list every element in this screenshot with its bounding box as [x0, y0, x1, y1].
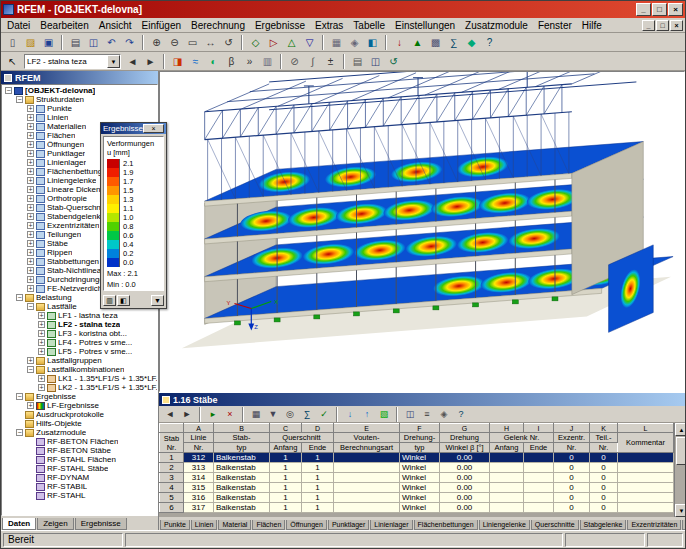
tree-item-rf-stahl-st-be[interactable]: RF-STAHL Stäbe: [2, 464, 157, 473]
table-info-icon[interactable]: ≡: [419, 407, 435, 421]
tree-item-lf2-stalna-teza[interactable]: +LF2 - stalna teza: [2, 320, 157, 329]
tree-item-objekt-delovna[interactable]: −[OBJEKT-delovna]: [2, 86, 157, 95]
grid-cell[interactable]: [618, 463, 674, 473]
grid-cell[interactable]: [618, 503, 674, 513]
expand-toggle-icon[interactable]: +: [27, 240, 34, 247]
table-tab-querschnitte[interactable]: Querschnitte: [531, 520, 579, 530]
fe-mesh-icon[interactable]: ▩: [427, 34, 444, 50]
expand-toggle-icon[interactable]: −: [5, 87, 12, 94]
panel-colorscale-button[interactable]: ▥: [103, 295, 116, 306]
table-titlebar[interactable]: 1.16 Stäbe: [159, 393, 685, 406]
open-icon[interactable]: ▨: [22, 34, 39, 50]
grid-cell[interactable]: [524, 473, 554, 483]
grid-cell[interactable]: [490, 483, 524, 493]
show-results-icon[interactable]: ◨: [169, 53, 186, 69]
table-next-icon[interactable]: ►: [179, 407, 195, 421]
expand-toggle-icon[interactable]: +: [27, 285, 34, 292]
snap-icon[interactable]: ◈: [346, 34, 363, 50]
grid-cell[interactable]: Winkel: [400, 463, 440, 473]
grid-cell[interactable]: [524, 453, 554, 463]
table-help-icon[interactable]: ?: [453, 407, 469, 421]
smoothing-icon[interactable]: ∫: [304, 53, 321, 69]
expand-toggle-icon[interactable]: +: [27, 402, 34, 409]
extremes-icon[interactable]: ±: [322, 53, 339, 69]
render-icon[interactable]: ◧: [364, 34, 381, 50]
grid-cell[interactable]: 313: [184, 463, 214, 473]
table-prev-icon[interactable]: ◄: [162, 407, 178, 421]
table-row[interactable]: 5316Balkenstab11Winkel0.0000: [160, 493, 674, 503]
refresh-icon[interactable]: ↺: [385, 53, 402, 69]
grid-cell[interactable]: Balkenstab: [214, 483, 270, 493]
check-icon[interactable]: ✓: [316, 407, 332, 421]
grid-cell[interactable]: 1: [302, 473, 334, 483]
grid-cell[interactable]: 0: [554, 493, 590, 503]
results-panel[interactable]: Ergebnisse × Verformungen u [mm] 2.11.91…: [100, 122, 167, 309]
view-y-icon[interactable]: △: [283, 34, 300, 50]
view-x-icon[interactable]: ▷: [265, 34, 282, 50]
expand-toggle-icon[interactable]: +: [27, 213, 34, 220]
redo-icon[interactable]: ↷: [121, 34, 138, 50]
column-letter-i[interactable]: I: [524, 424, 554, 433]
prev-loadcase-icon[interactable]: ◄: [124, 53, 141, 69]
panel-toggle-icon[interactable]: ▥: [259, 53, 276, 69]
expand-toggle-icon[interactable]: +: [27, 258, 34, 265]
expand-toggle-icon[interactable]: +: [27, 177, 34, 184]
grid-cell[interactable]: Winkel: [400, 453, 440, 463]
navigator-tab-zeigen[interactable]: Zeigen: [37, 518, 73, 530]
column-letter-d[interactable]: D: [302, 424, 334, 433]
expand-toggle-icon[interactable]: −: [16, 96, 23, 103]
expand-toggle-icon[interactable]: +: [27, 231, 34, 238]
menu-zusatzmodule[interactable]: Zusatzmodule: [460, 19, 533, 32]
grid-cell[interactable]: 1: [270, 483, 302, 493]
grid-cell[interactable]: [490, 453, 524, 463]
show-loads-icon[interactable]: ↓: [391, 34, 408, 50]
expand-toggle-icon[interactable]: +: [27, 114, 34, 121]
grid-cell[interactable]: Balkenstab: [214, 503, 270, 513]
tree-item-lf5-potres-v-sme[interactable]: +LF5 - Potres v sme...: [2, 347, 157, 356]
tree-item-rf-stahl[interactable]: RF-STAHL: [2, 491, 157, 500]
expand-toggle-icon[interactable]: +: [27, 195, 34, 202]
pan-icon[interactable]: ↔: [202, 34, 219, 50]
grid-cell[interactable]: [618, 493, 674, 503]
grid-cell[interactable]: 0: [590, 453, 618, 463]
tree-item-rf-beton-st-be[interactable]: RF-BETON Stäbe: [2, 446, 157, 455]
next-loadcase-icon[interactable]: ►: [142, 53, 159, 69]
grid-cell[interactable]: 0.00: [440, 453, 490, 463]
grid-cell[interactable]: 316: [184, 493, 214, 503]
menu-tabelle[interactable]: Tabelle: [348, 19, 390, 32]
grid-cell[interactable]: 1: [270, 493, 302, 503]
grid-cell[interactable]: Winkel: [400, 473, 440, 483]
grid-cell[interactable]: [524, 463, 554, 473]
grid-cell[interactable]: [334, 453, 400, 463]
expand-toggle-icon[interactable]: +: [38, 375, 45, 382]
section-icon[interactable]: ⊘: [286, 53, 303, 69]
maximize-button[interactable]: □: [652, 3, 667, 16]
tree-item-lf-ergebnisse[interactable]: +LF-Ergebnisse: [2, 401, 157, 410]
tree-item-rf-stahl-fl-chen[interactable]: RF-STAHL Flächen: [2, 455, 157, 464]
delete-row-icon[interactable]: ×: [222, 407, 238, 421]
grid-cell[interactable]: [490, 463, 524, 473]
column-letter-l[interactable]: L: [618, 424, 674, 433]
column-letter-a[interactable]: A: [184, 424, 214, 433]
grid-cell[interactable]: [524, 483, 554, 493]
grid-cell[interactable]: [334, 473, 400, 483]
copy-icon[interactable]: ◫: [85, 34, 102, 50]
tree-item-lk2-1-35-lf1-s-1-35-lf[interactable]: +LK2 - 1.35*LF1/S + 1.35*LF...: [2, 383, 157, 392]
grid-cell[interactable]: 0.00: [440, 483, 490, 493]
column-letter-c[interactable]: C: [270, 424, 302, 433]
grid-cell[interactable]: 0: [554, 473, 590, 483]
results-panel-titlebar[interactable]: Ergebnisse ×: [101, 123, 166, 134]
menu-datei[interactable]: Datei: [2, 19, 35, 32]
load-case-selector[interactable]: LF2 - stalna teza ▼: [24, 54, 121, 69]
print-icon[interactable]: ▤: [67, 34, 84, 50]
grid-cell[interactable]: 312: [184, 453, 214, 463]
table-tab-punktlager[interactable]: Punktlager: [328, 520, 369, 530]
grid-cell[interactable]: [524, 493, 554, 503]
grid-cell[interactable]: Balkenstab: [214, 473, 270, 483]
view-z-icon[interactable]: ▽: [301, 34, 318, 50]
show-supports-icon[interactable]: ▲: [409, 34, 426, 50]
row-header[interactable]: 5: [160, 493, 184, 503]
tree-item-lastfallgruppen[interactable]: +Lastfallgruppen: [2, 356, 157, 365]
scroll-up-icon[interactable]: ▲: [675, 423, 685, 436]
grid-cell[interactable]: [618, 483, 674, 493]
